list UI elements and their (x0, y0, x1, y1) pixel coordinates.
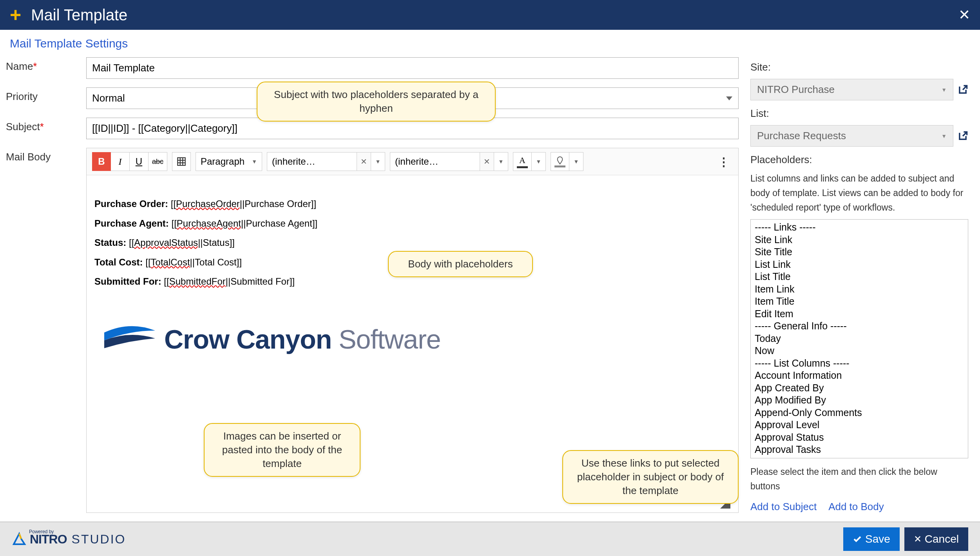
page-title: Mail Template (31, 6, 127, 24)
highlight-button[interactable] (551, 152, 569, 171)
name-input[interactable] (86, 57, 739, 79)
list-item[interactable]: Site Title (755, 246, 964, 258)
body-label: Mail Body (6, 148, 86, 163)
cancel-button[interactable]: ✕ Cancel (904, 527, 968, 551)
list-item[interactable]: List Title (755, 271, 964, 283)
header-bar: + Mail Template ✕ (0, 0, 980, 30)
italic-button[interactable]: I (111, 152, 130, 171)
font-family-caret[interactable]: ▼ (371, 152, 385, 171)
list-item[interactable]: Approval Status (755, 431, 964, 444)
logo-image: Crow Canyon Software (94, 314, 730, 365)
name-label: Name* (6, 57, 86, 73)
more-icon[interactable]: ⋮ (718, 155, 733, 169)
list-item[interactable]: Account Information (755, 369, 964, 382)
select-help: Please select the item and then click th… (750, 465, 968, 494)
placeholders-help: List columns and links can be added to s… (750, 171, 968, 214)
footer-logo: Powered by NITRO STUDIO (12, 532, 126, 547)
save-button[interactable]: Save (843, 527, 900, 551)
close-icon[interactable]: ✕ (958, 7, 970, 23)
text-color-caret[interactable]: ▼ (532, 152, 546, 171)
callout-add-links: Use these links to put selected placehol… (562, 450, 739, 504)
list-item[interactable]: App Modified By (755, 394, 964, 407)
callout-body-placeholders: Body with placeholders (388, 251, 533, 277)
priority-label: Priority (6, 87, 86, 103)
logo-text-secondary: Software (339, 314, 440, 365)
list-label: List: (750, 107, 968, 120)
site-label: Site: (750, 61, 968, 73)
logo-text-primary: Crow Canyon (164, 314, 331, 365)
callout-images: Images can be inserted or pasted into th… (204, 423, 360, 477)
list-item[interactable]: Append-Only Comments (755, 407, 964, 419)
list-item[interactable]: Approval Tasks (755, 443, 964, 456)
body-line: Purchase Order: [[PurchaseOrder||Purchas… (94, 195, 730, 213)
add-to-body-link[interactable]: Add to Body (828, 501, 884, 513)
right-panel: Site: NITRO Purchase▼ List: Purchase Req… (750, 57, 974, 521)
list-item[interactable]: Site Link (755, 234, 964, 246)
text-color-button[interactable]: A (513, 152, 532, 171)
list-item[interactable]: Now (755, 345, 964, 357)
add-to-subject-link[interactable]: Add to Subject (750, 501, 817, 513)
list-item[interactable]: Edit Item (755, 308, 964, 320)
list-item[interactable]: Today (755, 333, 964, 345)
placeholders-label: Placeholders: (750, 154, 968, 166)
callout-subject: Subject with two placeholders separated … (257, 82, 496, 122)
swoosh-icon (102, 319, 157, 360)
strikethrough-button[interactable]: abc (149, 152, 167, 171)
font-size-clear[interactable]: ✕ (480, 152, 494, 171)
plus-icon: + (10, 5, 21, 25)
paragraph-select[interactable]: Paragraph▼ (196, 152, 262, 171)
placeholders-listbox[interactable]: ----- Links -----Site LinkSite TitleList… (750, 219, 968, 458)
highlight-caret[interactable]: ▼ (569, 152, 583, 171)
list-item[interactable]: ----- General Info ----- (755, 320, 964, 333)
font-size-caret[interactable]: ▼ (494, 152, 508, 171)
nitro-icon (12, 532, 27, 547)
list-item[interactable]: Approval Worklog (755, 456, 964, 459)
body-line: Purchase Agent: [[PurchaseAgent||Purchas… (94, 214, 730, 233)
list-select[interactable]: Purchase Requests▼ (750, 125, 953, 147)
table-button[interactable] (172, 152, 191, 171)
font-size-select[interactable]: (inherite… (390, 152, 480, 171)
subject-label: Subject* (6, 118, 86, 133)
list-item[interactable]: List Link (755, 258, 964, 271)
site-select[interactable]: NITRO Purchase▼ (750, 79, 953, 100)
editor-toolbar: B I U abc Paragraph▼ (inherite… (87, 148, 738, 175)
font-family-clear[interactable]: ✕ (357, 152, 371, 171)
external-link-icon[interactable] (957, 84, 968, 95)
list-item[interactable]: Approval Level (755, 419, 964, 431)
list-item[interactable]: ----- Links ----- (755, 221, 964, 234)
font-family-select[interactable]: (inherite… (267, 152, 357, 171)
svg-rect-0 (178, 158, 185, 165)
body-line: Status: [[ApprovalStatus||Status]] (94, 234, 730, 252)
subheader: Mail Template Settings (0, 30, 980, 57)
list-item[interactable]: ----- List Columns ----- (755, 357, 964, 370)
list-item[interactable]: App Created By (755, 382, 964, 394)
underline-button[interactable]: U (130, 152, 149, 171)
bold-button[interactable]: B (92, 152, 111, 171)
list-item[interactable]: Item Title (755, 295, 964, 308)
footer: Powered by NITRO STUDIO Save ✕ Cancel (0, 521, 980, 556)
external-link-icon-2[interactable] (957, 131, 968, 142)
list-item[interactable]: Item Link (755, 283, 964, 296)
